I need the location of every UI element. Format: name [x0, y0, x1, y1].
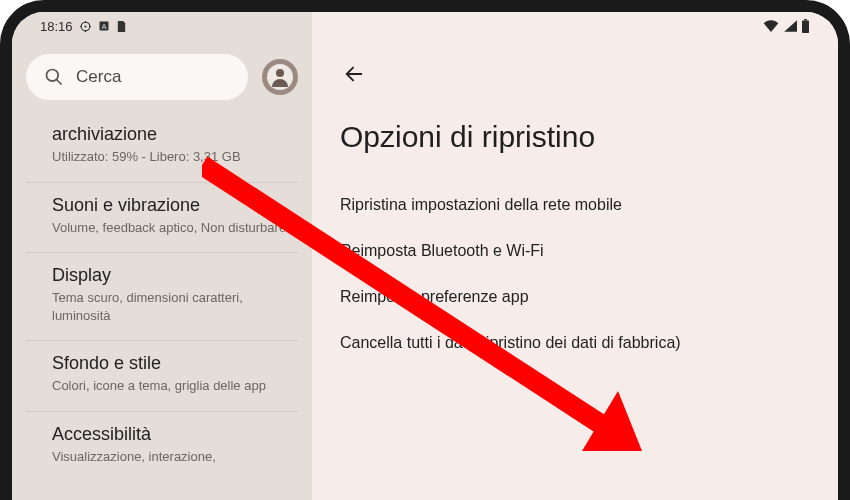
battery-icon: [801, 19, 810, 33]
search-placeholder: Cerca: [76, 67, 121, 87]
content-pane: Opzioni di ripristino Ripristina imposta…: [312, 40, 838, 500]
wifi-icon: [763, 20, 779, 32]
page-title: Opzioni di ripristino: [340, 120, 810, 154]
location-icon: [79, 20, 92, 33]
cell-signal-icon: [783, 20, 797, 32]
sidebar-item-accessibility[interactable]: Accessibilità Visualizzazione, interazio…: [26, 414, 298, 480]
sidebar-item-sub: Tema scuro, dimensioni caratteri, lumino…: [52, 289, 292, 324]
search-icon: [44, 67, 64, 87]
divider: [26, 411, 298, 412]
divider: [26, 182, 298, 183]
sidebar-item-title: Sfondo e stile: [52, 353, 292, 374]
person-icon: [267, 64, 293, 90]
sidebar-item-sub: Volume, feedback aptico, Non disturbare: [52, 219, 292, 237]
option-reset-app-prefs[interactable]: Reimposta preferenze app: [340, 274, 810, 320]
sidebar-item-storage[interactable]: archiviazione Utilizzato: 59% - Libero: …: [26, 114, 298, 180]
svg-point-1: [84, 25, 86, 27]
sidebar: Cerca archiviazione Utilizzato: 59% - Li…: [12, 40, 312, 500]
sidebar-item-title: Suoni e vibrazione: [52, 195, 292, 216]
svg-rect-4: [802, 20, 809, 33]
profile-button[interactable]: [262, 59, 298, 95]
option-reset-bt-wifi[interactable]: Reimposta Bluetooth e Wi-Fi: [340, 228, 810, 274]
screen: 18:16 A: [12, 12, 838, 500]
sidebar-item-sub: Visualizzazione, interazione,: [52, 448, 292, 466]
arrow-left-icon: [343, 63, 365, 85]
sdcard-icon: [116, 20, 127, 33]
status-bar: 18:16 A: [12, 12, 838, 40]
back-button[interactable]: [336, 56, 372, 92]
divider: [26, 252, 298, 253]
search-input[interactable]: Cerca: [26, 54, 248, 100]
sidebar-item-sub: Utilizzato: 59% - Libero: 3,31 GB: [52, 148, 292, 166]
split-layout: Cerca archiviazione Utilizzato: 59% - Li…: [12, 40, 838, 500]
sidebar-item-display[interactable]: Display Tema scuro, dimensioni caratteri…: [26, 255, 298, 338]
svg-line-7: [57, 80, 62, 85]
svg-text:A: A: [101, 23, 106, 30]
status-left: 18:16 A: [40, 19, 127, 34]
svg-marker-9: [582, 391, 642, 451]
option-reset-mobile-network[interactable]: Ripristina impostazioni della rete mobil…: [340, 182, 810, 228]
square-icon: A: [98, 20, 110, 32]
sidebar-item-sound[interactable]: Suoni e vibrazione Volume, feedback apti…: [26, 185, 298, 251]
divider: [26, 340, 298, 341]
status-right: [763, 19, 810, 33]
sidebar-item-title: archiviazione: [52, 124, 292, 145]
sidebar-item-title: Accessibilità: [52, 424, 292, 445]
clock: 18:16: [40, 19, 73, 34]
device-frame: 18:16 A: [0, 0, 850, 500]
search-row: Cerca: [26, 54, 298, 100]
sidebar-item-title: Display: [52, 265, 292, 286]
svg-point-6: [47, 70, 59, 82]
option-factory-reset[interactable]: Cancella tutti i dati (ripristino dei da…: [340, 320, 810, 366]
sidebar-item-sub: Colori, icone a tema, griglia delle app: [52, 377, 292, 395]
sidebar-item-wallpaper[interactable]: Sfondo e stile Colori, icone a tema, gri…: [26, 343, 298, 409]
svg-rect-5: [804, 19, 807, 20]
